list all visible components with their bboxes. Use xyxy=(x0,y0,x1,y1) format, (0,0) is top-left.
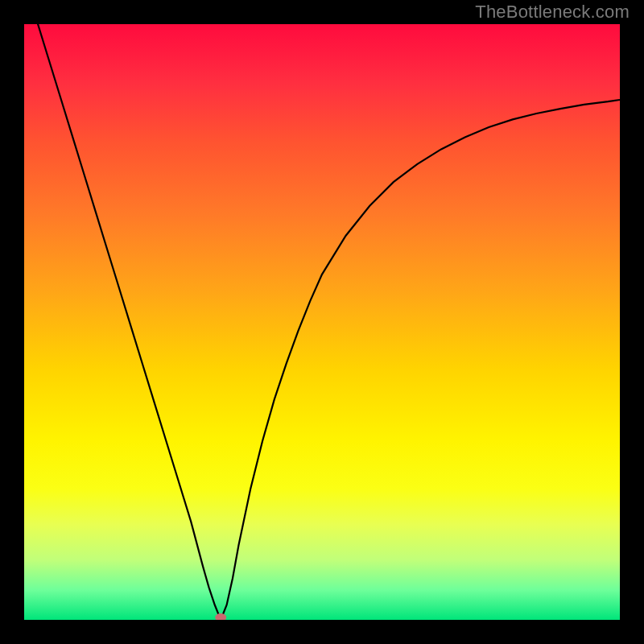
chart-container: TheBottleneck.com xyxy=(0,0,644,644)
plot-area xyxy=(24,24,620,620)
attribution-label: TheBottleneck.com xyxy=(475,2,630,23)
bottleneck-curve-chart xyxy=(24,24,620,620)
gradient-background xyxy=(24,24,620,620)
